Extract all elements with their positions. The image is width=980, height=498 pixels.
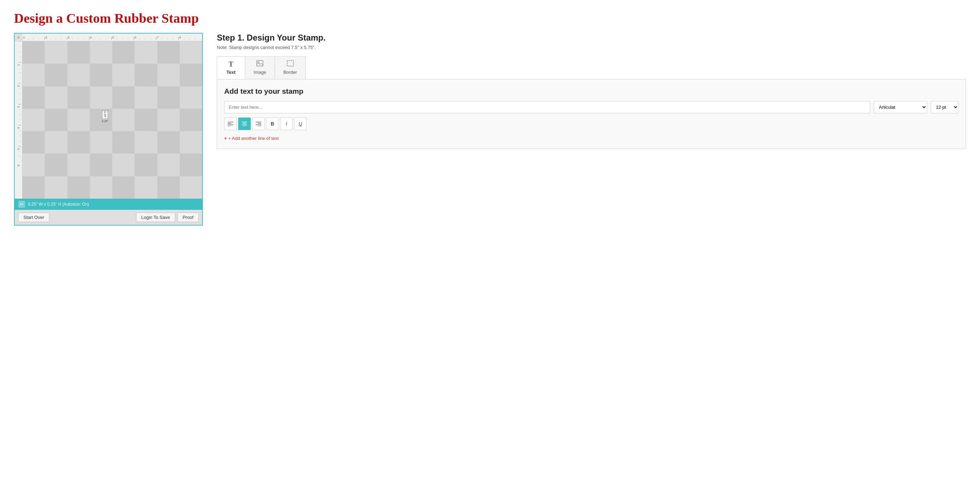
ruler-zero: 0 — [18, 36, 19, 39]
size-select[interactable]: 8 pt 10 pt 12 pt 14 pt 16 pt 18 pt 24 pt — [931, 101, 959, 113]
pencil-icon: ✏ — [18, 201, 25, 208]
checker-cell — [22, 176, 45, 199]
checker-cell — [22, 41, 45, 64]
bold-icon: B — [271, 121, 274, 127]
svg-text:4: 4 — [90, 36, 92, 39]
italic-button[interactable]: I — [280, 118, 293, 130]
canvas-status-text: 0.25" W x 0.25" H (Autosize: On) — [28, 202, 89, 207]
checker-cell — [180, 154, 202, 176]
svg-text:3: 3 — [17, 106, 20, 108]
panel-content: Add text to your stamp Articulat Arial T… — [217, 79, 966, 149]
add-line-icon: + — [224, 136, 227, 141]
canvas-area: 0 1 2 3 4 5 — [15, 33, 202, 199]
checker-cell — [180, 64, 202, 86]
login-to-save-button[interactable]: Login To Save — [136, 213, 175, 222]
checker-cell — [45, 176, 67, 199]
checker-cell — [45, 109, 67, 131]
svg-text:5: 5 — [112, 36, 114, 39]
checker-cell — [90, 86, 112, 109]
svg-text:6: 6 — [17, 164, 20, 166]
checker-cell — [22, 64, 45, 86]
proof-button[interactable]: Proof — [177, 213, 199, 222]
checker-cell — [135, 109, 157, 131]
checker-cell — [135, 176, 157, 199]
font-select[interactable]: Articulat Arial Times New Roman Courier — [874, 101, 927, 113]
checker-cell — [90, 154, 112, 176]
tab-text-label: Text — [227, 70, 236, 75]
svg-text:7: 7 — [157, 36, 159, 39]
checker-cell — [45, 41, 67, 64]
checker-cell — [67, 41, 90, 64]
checker-cell — [90, 176, 112, 199]
checker-cell — [67, 176, 90, 199]
svg-text:1: 1 — [23, 36, 25, 39]
tab-image[interactable]: Image — [245, 57, 275, 79]
text-input[interactable] — [224, 101, 870, 113]
format-toolbar: B I U — [224, 118, 959, 130]
checker-cell — [67, 154, 90, 176]
add-line-button[interactable]: + + Add another line of text — [224, 136, 279, 141]
checker-cell — [135, 86, 157, 109]
add-line-label: + Add another line of text — [228, 136, 279, 141]
image-tab-icon — [256, 60, 263, 68]
checker-cell — [112, 154, 135, 176]
checker-cell — [112, 109, 135, 131]
checker-cell — [158, 86, 180, 109]
checker-cell — [67, 64, 90, 86]
align-left-button[interactable] — [224, 118, 237, 130]
svg-text:3: 3 — [67, 36, 69, 39]
checker-cell — [158, 176, 180, 199]
checker-cell — [45, 154, 67, 176]
checker-cell — [45, 131, 67, 154]
ruler-corner: 0 — [15, 33, 22, 41]
ruler-top-row: 0 1 2 3 4 5 — [15, 33, 202, 41]
bold-button[interactable]: B — [266, 118, 279, 130]
align-right-button[interactable] — [252, 118, 265, 130]
canvas-status-bar: ✏ 0.25" W x 0.25" H (Autosize: On) — [15, 199, 202, 210]
right-panel: Step 1. Design Your Stamp. Note: Stamp d… — [217, 33, 966, 149]
checker-cell — [112, 41, 135, 64]
panel-section-title: Add text to your stamp — [224, 87, 959, 95]
align-center-button[interactable] — [238, 118, 251, 130]
canvas-wrapper: 0 1 2 3 4 5 — [14, 33, 203, 226]
checker-cell — [112, 86, 135, 109]
step-title: Step 1. Design Your Stamp. — [217, 33, 966, 43]
page-title: Design a Custom Rubber Stamp — [14, 11, 966, 26]
checker-cell — [135, 154, 157, 176]
canvas-body: 1 2 3 4 5 6 — [15, 41, 202, 199]
svg-text:6: 6 — [135, 36, 137, 39]
checker-cell — [67, 109, 90, 131]
svg-rect-72 — [287, 60, 293, 66]
tab-border[interactable]: Border — [275, 57, 305, 79]
checker-cell — [45, 64, 67, 86]
checker-cell — [22, 154, 45, 176]
checker-cell — [90, 41, 112, 64]
text-controls-row: Articulat Arial Times New Roman Courier … — [224, 101, 959, 113]
tab-border-label: Border — [283, 70, 297, 75]
underline-button[interactable]: U — [294, 118, 307, 130]
checker-cell — [22, 131, 45, 154]
tab-text[interactable]: T Text — [217, 57, 245, 79]
ruler-top: 1 2 3 4 5 6 7 8 — [22, 33, 202, 41]
svg-text:8: 8 — [179, 36, 181, 39]
checker-cell — [22, 86, 45, 109]
start-over-button[interactable]: Start Over — [18, 213, 49, 222]
checker-cell — [90, 64, 112, 86]
main-layout: 0 1 2 3 4 5 — [14, 33, 966, 226]
checker-grid[interactable]: 0.25" 0.25" — [22, 41, 202, 199]
svg-text:5: 5 — [17, 148, 20, 150]
checker-cell — [22, 109, 45, 131]
checker-cell — [90, 131, 112, 154]
underline-icon: U — [299, 121, 302, 127]
svg-text:1: 1 — [17, 64, 20, 66]
checker-cell — [112, 176, 135, 199]
text-tab-icon: T — [229, 60, 233, 68]
step-note: Note: Stamp designs cannot exceed 7.5" x… — [217, 45, 966, 50]
footer-right-buttons: Login To Save Proof — [136, 213, 199, 222]
tab-image-label: Image — [254, 70, 266, 75]
svg-rect-70 — [257, 60, 263, 66]
tool-tabs: T Text Image Bor — [217, 56, 306, 79]
checker-cell — [135, 131, 157, 154]
checker-cell — [158, 64, 180, 86]
checker-cell — [45, 86, 67, 109]
